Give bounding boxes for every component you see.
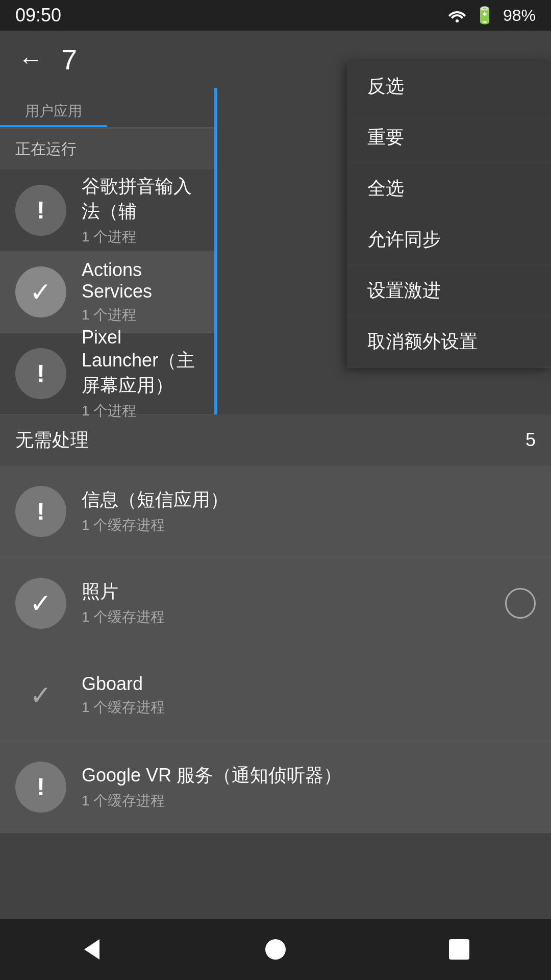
svg-point-2 [265,939,286,960]
tab-indicator [0,125,107,127]
status-icons: 🔋 98% [448,6,536,25]
dropdown-item-select-all-label: 全选 [367,176,404,201]
gboard-icon-container: ✓ [15,670,66,721]
actions-services-sub: 1 个进程 [82,305,199,325]
messages-icon: ! [15,486,66,537]
dropdown-item-aggressive[interactable]: 设置激进 [347,265,551,316]
list-item-actions-services[interactable]: ✓ Actions Services 1 个进程 [0,251,214,333]
no-need-section-header: 无需处理 5 [0,414,551,465]
dropdown-item-invert-label: 反选 [367,74,404,99]
status-bar: 09:50 🔋 98% [0,0,551,31]
dropdown-menu: 反选 重要 全选 允许同步 设置激进 取消额外设置 [347,61,551,368]
page-title: 7 [61,43,77,76]
no-need-title: 无需处理 [15,428,89,453]
exclaim-icon-messages: ! [37,497,45,525]
messages-name: 信息（短信应用） [82,487,536,512]
nav-recents-button[interactable] [439,929,480,970]
photos-action-btn[interactable] [505,588,536,619]
wifi-icon [448,8,466,22]
svg-point-0 [456,19,459,22]
google-vr-name: Google VR 服务（通知侦听器） [82,763,536,788]
dropdown-item-aggressive-label: 设置激进 [367,278,441,303]
no-need-count: 5 [525,429,536,451]
messages-sub: 1 个缓存进程 [82,516,536,535]
exclaim-icon: ! [37,196,45,224]
dropdown-item-select-all[interactable]: 全选 [347,163,551,214]
back-button[interactable]: ← [15,44,46,75]
gboard-name: Gboard [82,673,536,695]
tab-user-apps[interactable]: 用户应用 [0,102,107,127]
dropdown-item-allow-sync-label: 允许同步 [367,227,441,252]
gboard-ime-sub: 1 个进程 [82,227,199,247]
photos-icon: ✓ [15,578,66,629]
list-item-photos[interactable]: ✓ 照片 1 个缓存进程 [0,557,551,649]
back-icon: ← [18,45,43,74]
list-item-gboard[interactable]: ✓ Gboard 1 个缓存进程 [0,649,551,741]
exclaim-icon-vr: ! [37,773,45,801]
dropdown-item-cancel-extra-label: 取消额外设置 [367,329,478,354]
dropdown-item-allow-sync[interactable]: 允许同步 [347,214,551,265]
svg-marker-1 [84,939,99,960]
check-icon: ✓ [30,277,52,307]
pixel-launcher-icon: ! [15,348,66,399]
battery-percentage: 98% [503,6,536,25]
check-icon-photos: ✓ [30,588,52,619]
nav-bar [0,919,551,980]
dropdown-item-cancel-extra[interactable]: 取消额外设置 [347,316,551,368]
list-item-gboard-ime[interactable]: ! 谷歌拼音输入法（辅 1 个进程 [0,169,214,251]
left-panel: 用户应用 正在运行 ! 谷歌拼音输入法（辅 1 个进程 ✓ Actions Se… [0,88,214,414]
nav-recents-icon [446,937,472,962]
running-title: 正在运行 [15,139,77,160]
svg-rect-3 [449,939,469,960]
exclaim-icon-2: ! [37,359,45,387]
pixel-launcher-name: Pixel Launcher（主屏幕应用） [82,327,199,398]
photos-sub: 1 个缓存进程 [82,607,490,627]
list-item-google-vr[interactable]: ! Google VR 服务（通知侦听器） 1 个缓存进程 [0,741,551,833]
battery-icon: 🔋 [474,6,495,25]
nav-back-button[interactable] [71,929,112,970]
nav-home-icon [263,937,288,962]
nav-back-icon [77,934,107,965]
gboard-ime-icon: ! [15,185,66,236]
actions-services-name: Actions Services [82,259,199,302]
google-vr-icon: ! [15,762,66,813]
status-time: 09:50 [15,5,61,26]
list-item-pixel-launcher[interactable]: ! Pixel Launcher（主屏幕应用） 1 个进程 [0,333,214,414]
dropdown-item-important-label: 重要 [367,125,404,150]
google-vr-sub: 1 个缓存进程 [82,791,536,811]
actions-services-icon: ✓ [15,266,66,317]
dropdown-item-important[interactable]: 重要 [347,112,551,163]
dropdown-item-invert[interactable]: 反选 [347,61,551,112]
nav-spacer [0,833,551,894]
list-item-messages[interactable]: ! 信息（短信应用） 1 个缓存进程 [0,465,551,557]
pixel-launcher-sub: 1 个进程 [82,401,199,421]
gboard-check-icon: ✓ [30,680,52,710]
running-section-header: 正在运行 [0,129,214,169]
gboard-ime-name: 谷歌拼音输入法（辅 [82,174,199,224]
gboard-sub: 1 个缓存进程 [82,698,536,717]
photos-name: 照片 [82,579,490,604]
nav-home-button[interactable] [255,929,296,970]
